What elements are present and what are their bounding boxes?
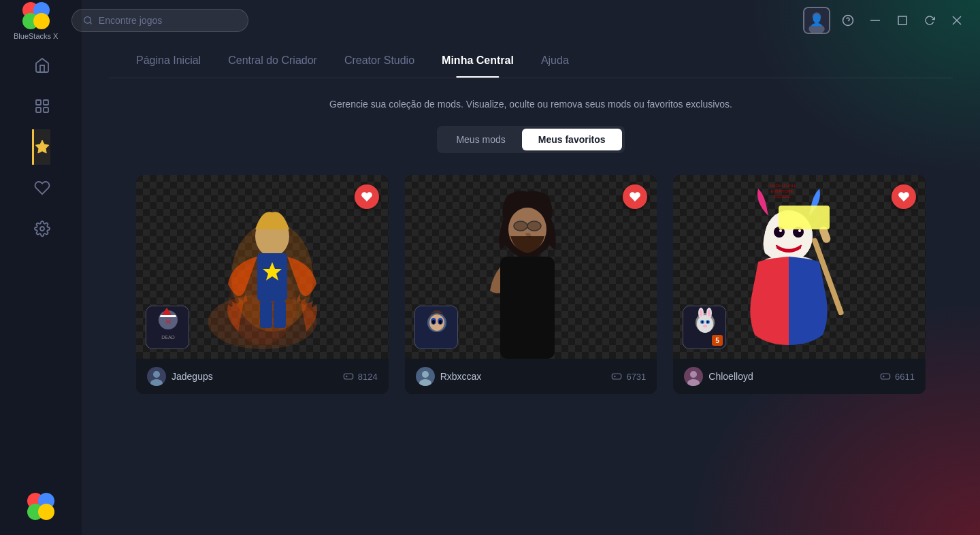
svg-text:EVERYONE: EVERYONE: [771, 189, 794, 193]
favorite-btn-3[interactable]: [892, 184, 916, 209]
svg-point-57: [527, 221, 541, 231]
svg-line-5: [90, 22, 92, 25]
tab-minha-central[interactable]: Minha Central: [442, 54, 514, 78]
svg-rect-48: [344, 374, 353, 379]
settings-icon: [34, 221, 50, 237]
creator-avatar-img-3: [684, 367, 703, 386]
svg-point-4: [84, 17, 91, 24]
svg-rect-14: [898, 16, 906, 25]
svg-point-81: [798, 229, 801, 232]
svg-rect-17: [36, 100, 41, 105]
user-avatar[interactable]: 👤: [803, 7, 830, 34]
minimize-icon: [870, 16, 880, 25]
svg-text:👤: 👤: [810, 13, 824, 27]
bluestacks-logo-container: BlueStacks X: [14, 1, 58, 40]
bugs-game-icon: 5: [683, 306, 726, 349]
svg-point-80: [779, 229, 782, 232]
meus-mods-button[interactable]: Meus mods: [440, 129, 521, 150]
svg-point-68: [422, 371, 429, 378]
sidebar-item-home[interactable]: [32, 48, 50, 83]
sidebar-nav: [32, 48, 50, 491]
tab-pagina-inicial[interactable]: Página Inicial: [136, 54, 201, 78]
help-icon: [842, 14, 854, 27]
close-button[interactable]: [947, 11, 966, 30]
card-1-footer: Jadegups 8124: [136, 359, 389, 394]
gamepad-icon-3: [880, 371, 891, 382]
heart-icon: [34, 180, 50, 196]
sidebar-item-library[interactable]: [32, 88, 50, 124]
meus-favoritos-button[interactable]: Meus favoritos: [522, 129, 622, 150]
card-2-game-thumb: [414, 306, 458, 349]
heart-filled-icon-2: [629, 191, 641, 203]
creator-avatar-img-1: [147, 367, 166, 386]
svg-rect-44: [160, 315, 176, 317]
play-count-3: 6611: [895, 372, 915, 382]
tab-ajuda[interactable]: Ajuda: [541, 54, 569, 78]
card-2-footer: Rxbxccax 6731: [405, 359, 657, 394]
search-input[interactable]: [99, 15, 238, 26]
card-1[interactable]: ☠ DEAD: [136, 175, 389, 394]
card-3-image: I SHOULD KILL EVERYONE ESCAPE: [673, 175, 926, 359]
svg-point-97: [702, 321, 704, 323]
card-3-play-count: 6611: [880, 371, 915, 382]
refresh-button[interactable]: [920, 11, 939, 30]
favorite-btn-1[interactable]: [355, 184, 379, 209]
svg-point-93: [700, 310, 702, 317]
creator-name-1: Jadegups: [172, 371, 213, 382]
svg-point-46: [153, 371, 160, 378]
svg-rect-18: [44, 100, 48, 105]
play-count-1: 8124: [358, 372, 378, 382]
svg-rect-19: [36, 108, 41, 112]
sidebar-item-creators[interactable]: [32, 129, 50, 165]
card-2[interactable]: Rxbxccax 6731: [405, 175, 657, 394]
svg-text:DEAD: DEAD: [161, 335, 174, 340]
svg-point-94: [708, 310, 710, 317]
minimize-button[interactable]: [866, 11, 885, 30]
search-bar[interactable]: [71, 9, 248, 32]
card-2-play-count: 6731: [611, 371, 646, 382]
svg-point-66: [439, 320, 442, 324]
app-name: BlueStacks X: [14, 32, 58, 40]
svg-text:I SHOULD KILL: I SHOULD KILL: [768, 184, 797, 188]
svg-marker-21: [35, 140, 49, 153]
toggle-group: Meus mods Meus favoritos: [437, 126, 624, 153]
page-description: Gerencie sua coleção de mods. Visualize,…: [136, 99, 926, 110]
search-icon: [83, 15, 93, 26]
gamepad-icon-1: [343, 371, 354, 382]
creator-avatar-img-2: [416, 367, 435, 386]
svg-point-56: [514, 221, 527, 231]
bluestacks-bottom-logo: [26, 491, 56, 521]
tab-central-do-criador[interactable]: Central do Criador: [228, 54, 317, 78]
card-1-play-count: 8124: [343, 371, 378, 382]
play-count-2: 6731: [626, 372, 646, 382]
card-1-creator-info: Jadegups: [147, 367, 213, 386]
svg-rect-70: [612, 374, 621, 379]
dead-game-icon: ☠ DEAD: [146, 306, 189, 349]
refresh-icon: [924, 15, 935, 26]
avatar-image: 👤: [804, 8, 829, 33]
sidebar-item-favorites[interactable]: [32, 170, 50, 206]
svg-rect-59: [500, 257, 555, 359]
close-icon: [952, 16, 962, 25]
sidebar-item-settings[interactable]: [32, 211, 50, 246]
sidebar-bottom: [26, 491, 56, 535]
sidebar: [0, 0, 82, 535]
bluestacks-logo-icon: [21, 1, 51, 31]
card-2-creator-info: Rxbxccax: [416, 367, 482, 386]
maximize-button[interactable]: [893, 11, 912, 30]
svg-point-90: [697, 315, 713, 333]
tab-creator-studio[interactable]: Creator Studio: [344, 54, 414, 78]
help-button[interactable]: [838, 11, 858, 30]
star-icon: [34, 139, 50, 155]
creator-avatar-2: [416, 367, 435, 386]
titlebar-right: 👤: [803, 7, 966, 34]
card-3-footer: Chloelloyd 6611: [673, 359, 926, 394]
titlebar-left: BlueStacks X: [14, 1, 248, 40]
maximize-icon: [898, 16, 907, 25]
nav-tabs: Página Inicial Central do Criador Creato…: [109, 41, 953, 78]
heart-filled-icon-1: [361, 191, 373, 203]
svg-rect-20: [44, 108, 48, 112]
card-3[interactable]: I SHOULD KILL EVERYONE ESCAPE: [673, 175, 926, 394]
svg-rect-105: [881, 374, 889, 379]
main-content: Página Inicial Central do Criador Creato…: [82, 41, 980, 535]
